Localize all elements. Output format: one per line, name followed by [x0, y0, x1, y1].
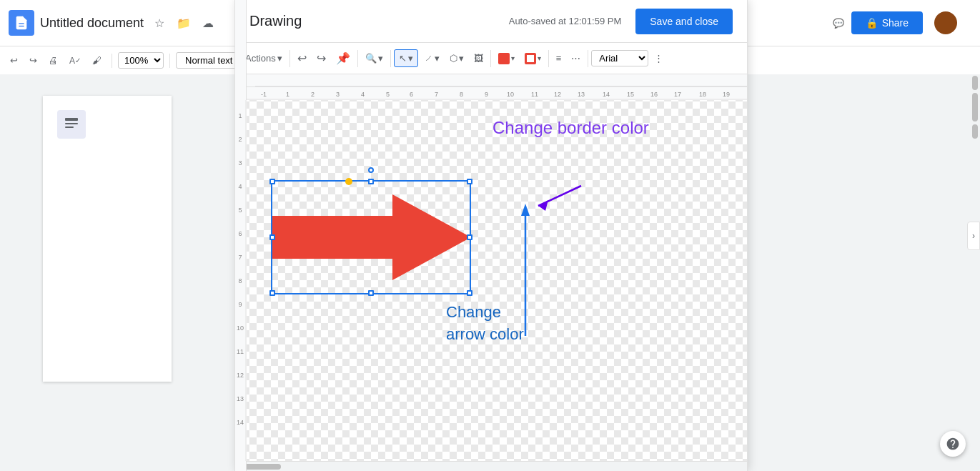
actions-button[interactable]: Actions ▾ [241, 50, 287, 66]
font-select[interactable]: Arial Times New Roman Courier New [591, 50, 648, 66]
toolbar-divider-3 [390, 50, 391, 67]
zoom-button[interactable]: 🔍 ▾ [361, 50, 387, 66]
zoom-select[interactable]: 100% 75% 125% 150% [118, 52, 164, 69]
expand-panel-button[interactable]: › [967, 222, 980, 250]
svg-text:12: 12 [237, 372, 244, 379]
line-tool-icon: ⟋ [424, 53, 433, 64]
undo-button[interactable]: ↩ [6, 52, 22, 69]
ruler-svg: // Will be drawn in JS [255, 75, 747, 86]
cloud-icon[interactable]: ☁ [198, 13, 218, 33]
svg-text:3: 3 [336, 91, 340, 98]
doc-content-icon[interactable] [57, 110, 86, 139]
zoom-icon: 🔍 [365, 53, 377, 64]
annotation-arrow-color: Changearrow color [446, 302, 524, 346]
lock-icon: 🔒 [866, 17, 878, 29]
image-tool-button[interactable]: 🖼 [470, 50, 487, 66]
svg-text:18: 18 [699, 91, 706, 98]
svg-text:15: 15 [627, 91, 634, 98]
svg-text:7: 7 [238, 254, 242, 261]
pin-button[interactable]: 📌 [332, 49, 355, 68]
selection-box [271, 180, 471, 294]
handle-tl[interactable] [269, 179, 275, 184]
top-ruler: // Will be drawn in JS [247, 74, 747, 87]
border-weight-icon: ≡ [556, 53, 562, 64]
right-scrollbar[interactable] [970, 74, 980, 471]
pin-icon: 📌 [336, 51, 350, 65]
user-avatar[interactable] [934, 11, 957, 34]
handle-tr[interactable] [467, 179, 472, 184]
canvas-wrapper: -1 1 2 3 4 5 6 7 8 9 10 11 12 13 14 15 1… [235, 87, 747, 461]
shape-tool-button[interactable]: ⬡ ▾ [445, 50, 468, 66]
svg-line-47 [538, 186, 581, 206]
scroll-thumb-bottom[interactable] [972, 124, 978, 139]
more-options-button[interactable]: ⋮ [650, 50, 668, 66]
print-button[interactable]: 🖨 [44, 52, 62, 69]
selected-arrow-shape[interactable] [271, 180, 471, 294]
shape-icon: ⬡ [450, 53, 457, 64]
paint-format-button[interactable]: 🖌 [88, 52, 106, 69]
menu-comments-icon[interactable]: 💬 [828, 15, 848, 31]
handle-tm[interactable] [368, 179, 374, 184]
zoom-dropdown-icon: ▾ [378, 53, 383, 64]
dialog-title: Drawing [249, 13, 302, 29]
handle-bm[interactable] [368, 290, 374, 296]
svg-marker-48 [538, 200, 548, 211]
docs-app-icon[interactable] [9, 10, 34, 36]
svg-text:5: 5 [386, 91, 390, 98]
svg-text:6: 6 [238, 230, 242, 237]
draw-undo-icon: ↩ [297, 51, 307, 65]
handle-bl[interactable] [269, 290, 275, 296]
doc-action-icons: ☆ 📁 ☁ [149, 13, 218, 33]
border-dash-icon: ⋯ [571, 53, 580, 64]
drawing-canvas[interactable]: -1 1 2 3 4 5 6 7 8 9 10 11 12 13 14 15 1… [235, 87, 747, 461]
svg-text:11: 11 [237, 348, 244, 355]
line-tool-button[interactable]: ⟋ ▾ [420, 50, 444, 66]
draw-redo-button[interactable]: ↪ [312, 49, 330, 68]
svg-text:5: 5 [238, 207, 242, 214]
scroll-thumb[interactable] [972, 93, 978, 122]
svg-text:2: 2 [311, 91, 315, 98]
folder-icon[interactable]: 📁 [174, 13, 194, 33]
toolbar-divider-actions [289, 50, 290, 67]
share-button[interactable]: 🔒 Share [851, 11, 923, 34]
drawing-dialog: Drawing Auto-saved at 12:01:59 PM Save a… [234, 0, 748, 471]
svg-text:1: 1 [286, 91, 289, 98]
draw-redo-icon: ↪ [317, 51, 326, 65]
dialog-toolbar: Actions ▾ ↩ ↪ 📌 🔍 ▾ ↖ ▾ ⟋ ▾ ⬡ ▾ [235, 43, 747, 74]
more-icon: ⋮ [654, 53, 663, 64]
select-dropdown-icon: ▾ [408, 53, 413, 64]
scroll-thumb-top[interactable] [972, 76, 978, 90]
svg-text:9: 9 [485, 91, 488, 98]
draw-undo-button[interactable]: ↩ [293, 49, 311, 68]
handle-mr[interactable] [467, 234, 472, 240]
bottom-scrollbar[interactable] [235, 461, 747, 471]
svg-text:7: 7 [435, 91, 438, 98]
rotate-handle[interactable] [368, 167, 374, 173]
save-close-button[interactable]: Save and close [635, 9, 733, 34]
doc-page [43, 96, 172, 382]
toolbar-divider-5 [548, 50, 549, 67]
star-icon[interactable]: ☆ [149, 13, 169, 33]
handle-br[interactable] [467, 290, 472, 296]
svg-text:17: 17 [674, 91, 681, 98]
border-dash-button[interactable]: ⋯ [567, 50, 585, 66]
border-color-button[interactable]: ▾ [520, 50, 545, 67]
svg-marker-46 [521, 204, 530, 216]
yellow-handle[interactable] [345, 178, 352, 185]
toolbar-divider-2 [357, 50, 358, 67]
image-icon: 🖼 [474, 53, 483, 64]
redo-button[interactable]: ↪ [25, 52, 41, 69]
border-weight-button[interactable]: ≡ [552, 50, 566, 66]
line-dropdown-icon: ▾ [435, 53, 440, 64]
help-button[interactable] [940, 431, 966, 457]
doc-title[interactable]: Untitled document [40, 16, 144, 31]
svg-text:16: 16 [650, 91, 658, 98]
cursor-icon: ↖ [399, 53, 407, 64]
spell-check-button[interactable]: A✓ [65, 53, 85, 69]
select-tool-button[interactable]: ↖ ▾ [394, 49, 418, 67]
handle-ml[interactable] [269, 234, 275, 240]
fill-color-swatch [498, 53, 510, 64]
svg-rect-4 [65, 127, 74, 128]
ruler-numbers: -1 1 2 3 4 5 6 7 8 9 10 11 12 13 14 15 1… [247, 87, 747, 100]
fill-color-button[interactable]: ▾ [494, 50, 519, 67]
